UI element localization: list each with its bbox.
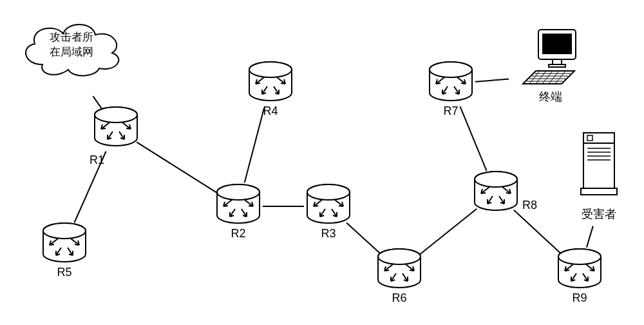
router-label: R4 <box>263 104 278 118</box>
terminal-label: 终端 <box>539 89 562 104</box>
svg-point-43 <box>558 249 601 264</box>
router-label: R9 <box>572 291 587 305</box>
router-label: R6 <box>392 291 406 305</box>
svg-rect-57 <box>583 133 614 188</box>
svg-rect-45 <box>542 34 572 54</box>
router-R8: R8 <box>472 170 520 212</box>
victim-label: 受害者 <box>582 206 616 222</box>
computer-icon <box>520 28 581 88</box>
svg-point-13 <box>217 184 260 200</box>
router-label: R7 <box>443 104 458 118</box>
svg-rect-64 <box>581 188 617 195</box>
router-R9: R9 <box>556 248 603 305</box>
svg-point-8 <box>43 223 86 239</box>
router-R3: R3 <box>305 183 352 241</box>
router-icon <box>42 222 87 263</box>
diagram-stage: 攻击者所 在局域网 R1 <box>0 0 644 325</box>
svg-point-28 <box>378 249 421 264</box>
router-label: R8 <box>522 199 537 212</box>
router-icon <box>248 61 293 102</box>
svg-point-3 <box>95 107 137 123</box>
svg-point-33 <box>430 62 472 77</box>
router-R6: R6 <box>375 248 423 305</box>
router-label: R1 <box>90 153 104 167</box>
victim-server: 受害者 <box>580 132 618 222</box>
svg-point-18 <box>249 62 292 77</box>
router-R2: R2 <box>214 183 262 241</box>
router-icon <box>428 61 473 102</box>
svg-rect-47 <box>549 64 565 67</box>
cloud-label: 攻击者所 在局域网 <box>17 14 126 76</box>
router-R4: R4 <box>247 61 294 118</box>
router-R1: R1 <box>92 106 140 147</box>
svg-point-38 <box>475 172 517 187</box>
router-icon <box>306 183 351 224</box>
router-R5: R5 <box>41 222 88 279</box>
router-R7: R7 <box>427 61 475 118</box>
router-icon <box>216 183 261 224</box>
router-label: R2 <box>231 227 245 241</box>
server-icon <box>580 132 618 202</box>
router-icon <box>93 106 138 147</box>
svg-point-23 <box>307 184 350 200</box>
cloud-attacker-lan: 攻击者所 在局域网 <box>17 14 126 76</box>
router-label: R5 <box>57 266 71 279</box>
svg-rect-46 <box>553 59 562 64</box>
router-label: R3 <box>321 227 336 241</box>
svg-rect-59 <box>587 135 592 141</box>
router-icon <box>557 248 602 289</box>
router-icon <box>377 248 422 289</box>
terminal-computer: 终端 <box>520 28 581 104</box>
router-icon <box>473 170 518 212</box>
